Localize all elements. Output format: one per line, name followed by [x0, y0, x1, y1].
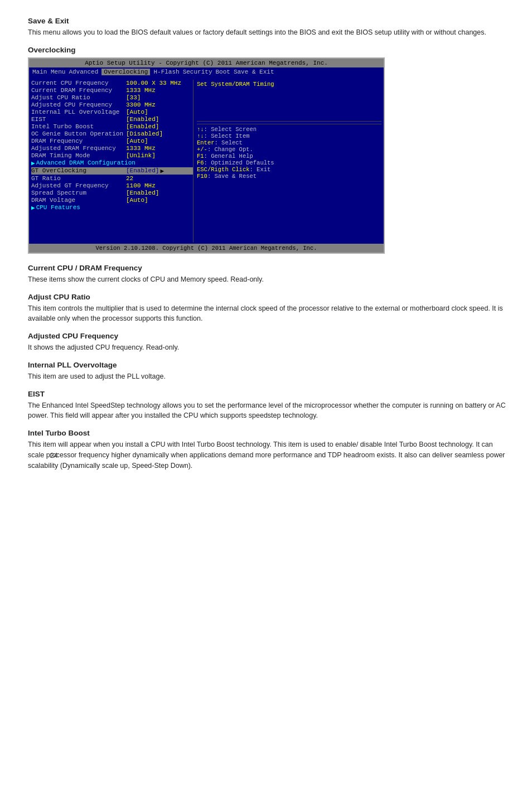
bios-menu-bar: Main Menu Advanced Overclocking H-Flash … — [29, 67, 384, 76]
section-adjust-cpu-ratio-text: This item controls the multiplier that i… — [28, 303, 510, 325]
bios-row-internal-pll[interactable]: Internal PLL Overvoltage [Auto] — [31, 109, 193, 115]
section-eist-text: The Enhanced Intel SpeedStep technology … — [28, 400, 510, 422]
help-line-f10: F10: Save & Reset — [197, 173, 381, 180]
bios-row-eist[interactable]: EIST [Enabled] — [31, 116, 193, 123]
bios-row-current-dram-freq[interactable]: Current DRAM Frequency 1333 MHz — [31, 87, 193, 94]
help-line-change: +/-: Change Opt. — [197, 146, 381, 153]
bios-row-current-cpu-freq[interactable]: Current CPU Frequency 100.00 X 33 MHz — [31, 80, 193, 86]
section-internal-pll-text: This item are used to adjust the PLL vol… — [28, 371, 510, 382]
menu-security[interactable]: Security — [183, 69, 212, 75]
menu-hflash[interactable]: H-Flash — [153, 69, 179, 75]
bios-row-dram-voltage[interactable]: DRAM Voltage [Auto] — [31, 197, 193, 204]
overclocking-title: Overclocking — [28, 46, 510, 54]
bios-row-dram-freq[interactable]: DRAM Frequency [Auto] — [31, 138, 193, 144]
bios-row-adjusted-cpu-freq[interactable]: Adjusted CPU Frequency 3300 MHz — [31, 101, 193, 108]
section-intel-turbo-title: Intel Turbo Boost — [28, 429, 510, 437]
section-adjusted-cpu-freq-title: Adjusted CPU Frequency — [28, 332, 510, 340]
help-line-select-item: ↑↓: Select Item — [197, 133, 381, 139]
section-eist-title: EIST — [28, 390, 510, 398]
section-intel-turbo-text: This item will appear when you install a… — [28, 439, 510, 471]
help-line-esc: ESC/Rigth Click: Exit — [197, 166, 381, 173]
bios-row-adjusted-gt-freq[interactable]: Adjusted GT Frequency 1100 MHz — [31, 182, 193, 189]
bios-row-adjust-cpu-ratio[interactable]: Adjust CPU Ratio [33] — [31, 94, 193, 101]
bios-row-cpu-features[interactable]: ▶ CPU Features — [31, 204, 193, 211]
bios-row-dram-timing[interactable]: DRAM Timing Mode [Unlink] — [31, 152, 193, 159]
menu-boot[interactable]: Boot — [215, 69, 230, 75]
help-line-f1: F1: General Help — [197, 153, 381, 159]
bios-row-gt-overclocking[interactable]: GT OverClocking [Enabled] ▶ — [31, 167, 193, 175]
menu-main[interactable]: Main Menu — [32, 69, 65, 75]
bios-right-panel: Set System/DRAM Timing ↑↓: Select Screen… — [193, 80, 381, 243]
bios-row-advanced-dram[interactable]: ▶ Advanced DRAM Configuration — [31, 159, 193, 167]
save-exit-title: Save & Exit — [28, 17, 510, 25]
save-exit-description: This menu allows you to load the BIOS de… — [28, 27, 510, 38]
bios-settings-list: Current CPU Frequency 100.00 X 33 MHz Cu… — [31, 80, 193, 243]
help-line-enter: Enter: Select — [197, 139, 381, 146]
menu-save-exit[interactable]: Save & Exit — [234, 69, 274, 75]
section-internal-pll-title: Internal PLL Overvoltage — [28, 361, 510, 369]
bios-help-section: ↑↓: Select Screen ↑↓: Select Item Enter:… — [197, 124, 381, 180]
bios-bottom-bar: Version 2.10.1208. Copyright (C) 2011 Am… — [29, 244, 384, 253]
page-number: 24 — [50, 452, 57, 460]
section-current-cpu-dram-text: These items show the current clocks of C… — [28, 274, 510, 285]
bios-row-intel-turbo[interactable]: Intel Turbo Boost [Enabled] — [31, 123, 193, 130]
bios-screen: Aptio Setup Utility - Copyright (C) 2011… — [28, 57, 385, 254]
menu-advanced[interactable]: Advanced — [69, 69, 98, 75]
section-adjusted-cpu-freq-text: It shows the adjusted CPU frequency. Rea… — [28, 342, 510, 353]
bios-row-oc-genie[interactable]: OC Genie Button Operation [Disabled] — [31, 130, 193, 137]
bios-top-bar: Aptio Setup Utility - Copyright (C) 2011… — [29, 59, 384, 67]
help-line-f6: F6: Optimized Defaults — [197, 159, 381, 166]
help-line-select-screen: ↑↓: Select Screen — [197, 126, 381, 133]
section-adjust-cpu-ratio-title: Adjust CPU Ratio — [28, 293, 510, 301]
bios-row-gt-ratio[interactable]: GT Ratio 22 — [31, 175, 193, 182]
bios-right-description: Set System/DRAM Timing — [197, 80, 381, 88]
bios-row-adjusted-dram-freq[interactable]: Adjusted DRAM Frequency 1333 MHz — [31, 145, 193, 152]
bios-row-spread-spectrum[interactable]: Spread Spectrum [Enabled] — [31, 190, 193, 196]
bios-body: Current CPU Frequency 100.00 X 33 MHz Cu… — [29, 76, 384, 244]
section-current-cpu-dram-title: Current CPU / DRAM Frequency — [28, 264, 510, 272]
menu-overclocking[interactable]: Overclocking — [101, 69, 150, 75]
